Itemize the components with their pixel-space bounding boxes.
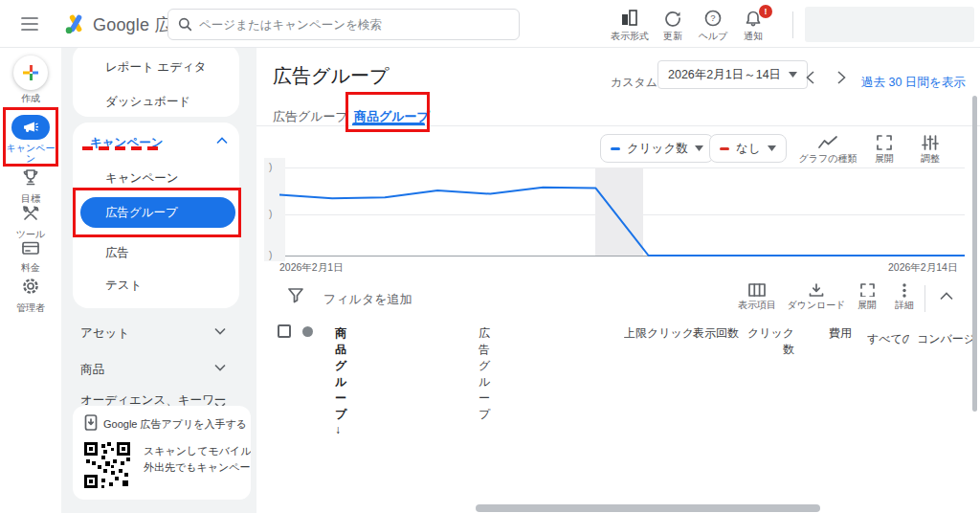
rail-item-billing[interactable]: 料金 <box>0 240 61 273</box>
global-search[interactable] <box>167 9 520 40</box>
tune-sliders-icon <box>922 135 939 150</box>
date-range-value: 2026年2月1日～14日 <box>668 67 781 83</box>
expand-icon <box>877 135 892 150</box>
rail-label-campaigns: キャンペーン <box>0 143 61 164</box>
download-button[interactable]: ダウンロード <box>786 283 847 312</box>
page-title: 広告グループ <box>273 63 389 89</box>
phone-download-icon <box>84 414 98 431</box>
table-expand-button[interactable]: 展開 <box>850 283 884 312</box>
metric2-color-dash <box>720 147 729 150</box>
chart-type-icon <box>817 135 838 150</box>
app-card-text-line2: 外出先でもキャンペーンの最新 <box>144 460 251 475</box>
columns-button[interactable]: 表示項目 <box>733 283 781 312</box>
redacted-account-info <box>805 7 974 42</box>
date-range-selector[interactable]: 2026年2月1日～14日 <box>657 60 808 89</box>
data-table-panel: フィルタを追加 表示項目 ダウンロード 展開 詳細 <box>256 276 980 513</box>
campaigns-card: キャンペーン キャンペーン 広告グループ 広告 テスト <box>73 123 239 308</box>
col-header-max-cpc[interactable]: 上限クリック単価 <box>624 325 697 342</box>
trophy-icon <box>21 168 40 187</box>
x-axis-end-label: 2026年2月14日 <box>888 261 957 275</box>
tab-ad-groups[interactable]: 広告グループ <box>273 108 348 125</box>
status-column-dot <box>302 326 313 337</box>
google-ads-screen: Google 広告 表示形式 更新 ? ヘルプ ! 通知 <box>0 0 980 513</box>
download-icon <box>809 283 824 297</box>
dropdown-arrow-icon <box>695 145 703 151</box>
rail-item-create[interactable]: 作成 <box>0 56 61 103</box>
navigation-rail: 作成 キャンペーン 目標 ツール 料金 <box>0 48 61 513</box>
mobile-app-card: Google 広告アプリを入手する スキャンしてモバイルアプリを 外出先でもキャ… <box>73 406 251 500</box>
tools-icon <box>21 204 40 222</box>
dropdown-arrow-icon <box>789 72 797 78</box>
add-filter-button[interactable]: フィルタを追加 <box>323 291 412 308</box>
tabs-divider <box>256 125 980 126</box>
chevron-up-icon[interactable] <box>216 137 228 145</box>
rail-item-campaigns[interactable]: キャンペーン <box>0 115 61 164</box>
svg-text:?: ? <box>710 12 715 23</box>
search-input[interactable] <box>199 18 509 32</box>
sidebar-item-report-editor[interactable]: レポート エディタ <box>105 59 207 76</box>
chevron-down-icon[interactable] <box>214 364 226 371</box>
app-card-title: Google 広告アプリを入手する <box>103 417 247 432</box>
col-header-clicks[interactable]: クリック数 <box>745 325 794 358</box>
expand-icon <box>860 283 875 297</box>
x-axis-start-label: 2026年2月1日 <box>279 261 344 275</box>
timeseries-chart: ) ) ) 2026年2月1日 2026年2月14日 <box>256 153 980 278</box>
vertical-dots-icon <box>902 283 907 298</box>
metric1-color-dash <box>611 147 620 150</box>
col-header-product-group[interactable]: 商品グループ ↓ <box>335 325 346 436</box>
sidebar-item-ads[interactable]: 広告 <box>105 245 129 261</box>
more-details-button[interactable]: 詳細 <box>887 283 922 312</box>
hamburger-menu-icon[interactable] <box>21 16 38 32</box>
select-all-checkbox[interactable] <box>278 324 291 338</box>
prev-period-chevron[interactable] <box>806 71 814 84</box>
chevron-down-icon[interactable] <box>214 327 226 335</box>
create-button[interactable] <box>13 56 48 90</box>
next-period-chevron[interactable] <box>837 71 846 84</box>
sidebar-item-experiments[interactable]: テスト <box>105 278 142 294</box>
qr-code <box>82 440 132 490</box>
columns-icon <box>748 283 766 297</box>
vertical-scrollbar[interactable] <box>972 96 977 412</box>
search-icon <box>178 17 191 32</box>
sidebar-section-assets[interactable]: アセット <box>80 325 129 342</box>
app-card-text-line1: スキャンしてモバイルアプリを <box>144 444 251 458</box>
date-mode-label: カスタム <box>611 75 657 91</box>
megaphone-icon <box>22 121 39 134</box>
help-icon: ? <box>703 10 723 27</box>
dropdown-arrow-icon <box>768 145 776 151</box>
secondary-navigation: レポート エディタ ダッシュボード キャンペーン キャンペーン 広告グループ 広… <box>61 48 256 513</box>
billing-card-icon <box>21 240 40 256</box>
toolbar-divider <box>924 285 925 312</box>
chart-line-svg <box>256 153 980 278</box>
annotation-dashed-underline-campaigns <box>82 146 159 150</box>
horizontal-scrollbar[interactable] <box>476 504 820 512</box>
display-format-icon <box>620 10 639 27</box>
sidebar-item-campaigns[interactable]: キャンペーン <box>105 170 178 187</box>
sidebar-item-dashboard[interactable]: ダッシュボード <box>105 94 190 110</box>
gear-icon <box>21 277 40 296</box>
last-30-days-link: 過去 30 日間を表示 <box>861 75 966 91</box>
plus-icon <box>22 64 39 81</box>
col-header-impressions[interactable]: 表示回数 <box>691 325 739 342</box>
filter-funnel-icon[interactable] <box>287 287 304 304</box>
refresh-icon <box>663 10 682 27</box>
reports-card: レポート エディタ ダッシュボード <box>73 44 239 117</box>
google-ads-logo <box>63 11 88 36</box>
col-header-cost[interactable]: 費用 <box>802 325 852 342</box>
top-app-bar: Google 広告 表示形式 更新 ? ヘルプ ! 通知 <box>0 0 980 48</box>
topbar-divider <box>792 11 793 38</box>
notification-badge: ! <box>759 5 772 18</box>
rail-item-goals[interactable]: 目標 <box>0 168 61 204</box>
rail-item-admin[interactable]: 管理者 <box>0 277 61 313</box>
col-header-ad-group[interactable]: 広告グループ <box>479 325 490 423</box>
sidebar-item-ad-groups-selected[interactable]: 広告グループ <box>80 197 235 228</box>
campaigns-pill[interactable] <box>11 115 50 140</box>
collapse-table-chevron[interactable] <box>940 292 953 301</box>
rail-item-tools[interactable]: ツール <box>0 204 61 239</box>
col-header-conversion-rate[interactable]: コンバージョン率 <box>917 331 972 347</box>
notifications-button[interactable]: ! 通知 <box>726 10 780 43</box>
col-header-all-conversions[interactable]: すべてのコンバージョン <box>867 331 909 347</box>
sort-descending-arrow: ↓ <box>335 423 341 436</box>
sidebar-section-products[interactable]: 商品 <box>80 362 104 378</box>
